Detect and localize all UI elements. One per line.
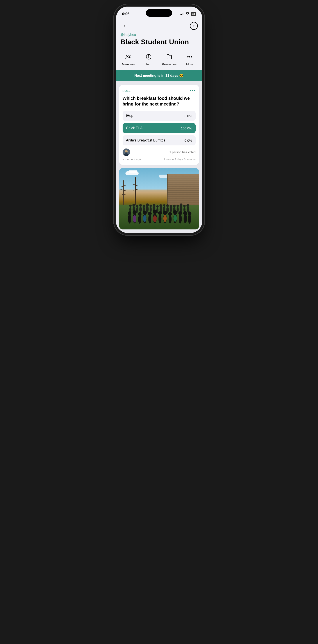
poll-voter: [122, 148, 130, 156]
svg-point-79: [163, 215, 166, 222]
svg-point-6: [188, 56, 188, 57]
poll-option-2[interactable]: Anita's Breakfast Burritos 0.0%: [122, 135, 196, 146]
poll-question: Which breakfast food should we bring for…: [122, 96, 196, 107]
svg-point-61: [158, 214, 162, 224]
svg-point-64: [163, 211, 167, 215]
svg-point-10: [125, 150, 128, 153]
poll-option-pct-0: 0.0%: [184, 114, 192, 118]
members-label: Members: [122, 62, 135, 66]
svg-point-38: [170, 205, 172, 207]
svg-point-0: [126, 55, 128, 56]
back-chevron-icon: ‹: [124, 23, 125, 29]
poll-option-label-0: iHop: [126, 114, 185, 118]
svg-point-77: [173, 215, 176, 222]
svg-point-37: [170, 206, 172, 212]
status-time: 6:06: [122, 12, 130, 16]
svg-point-47: [187, 206, 189, 212]
resources-icon: [165, 52, 174, 61]
svg-point-54: [138, 212, 142, 216]
svg-point-8: [191, 56, 192, 57]
svg-point-16: [132, 204, 135, 206]
svg-point-18: [136, 205, 138, 208]
svg-point-49: [128, 214, 131, 224]
svg-point-20: [139, 204, 142, 207]
svg-point-22: [142, 205, 145, 207]
group-photo: [119, 168, 199, 230]
vote-count: 1 person has voted: [169, 150, 196, 154]
svg-point-76: [143, 215, 146, 222]
more-label: More: [186, 62, 193, 66]
svg-point-24: [146, 203, 149, 206]
quick-actions: Members Info: [116, 49, 202, 70]
top-nav: ‹ +: [116, 18, 202, 32]
scroll-content: POLL ••• Which breakfast food should we …: [116, 81, 202, 233]
info-label: Info: [146, 62, 151, 66]
svg-point-74: [188, 212, 191, 215]
status-icons: 63: [180, 12, 196, 16]
poll-option-0[interactable]: iHop 0.0%: [122, 111, 196, 121]
poll-timestamps: a moment ago closes in 3 days from now: [122, 158, 196, 161]
svg-point-56: [142, 211, 146, 215]
group-header: @indybsu Black Student Union: [116, 32, 202, 49]
photo-card[interactable]: [119, 168, 199, 230]
action-resources[interactable]: Resources: [162, 52, 177, 66]
svg-point-36: [166, 204, 169, 207]
svg-point-70: [178, 212, 182, 215]
cloud-2: [128, 170, 137, 173]
poll-card: POLL ••• Which breakfast food should we …: [119, 85, 199, 165]
svg-point-71: [184, 214, 187, 223]
meeting-banner[interactable]: Next meeting is in 11 days 😎: [116, 70, 202, 81]
action-more[interactable]: More: [182, 52, 198, 66]
svg-point-53: [138, 215, 141, 224]
poll-option-1[interactable]: Chick Fil A 100.0%: [122, 123, 196, 133]
svg-point-72: [183, 211, 187, 215]
svg-point-4: [148, 56, 149, 56]
back-button[interactable]: ‹: [120, 22, 128, 30]
poll-label: POLL: [122, 89, 131, 92]
add-button[interactable]: +: [190, 22, 198, 30]
svg-point-26: [149, 205, 152, 207]
svg-point-69: [178, 214, 182, 224]
svg-point-14: [129, 205, 132, 207]
battery-icon: 63: [191, 12, 196, 16]
poll-option-label-2: Anita's Breakfast Burritos: [126, 138, 185, 142]
dynamic-island: [146, 9, 172, 17]
svg-point-75: [153, 216, 156, 222]
svg-point-40: [173, 205, 176, 207]
crowd: [119, 192, 199, 226]
battery-level: 63: [192, 12, 195, 16]
more-icon: [185, 52, 194, 61]
svg-point-58: [148, 212, 152, 216]
svg-point-68: [173, 210, 177, 214]
svg-point-44: [180, 203, 182, 206]
wifi-icon: [186, 12, 190, 16]
svg-point-46: [183, 205, 186, 207]
svg-rect-12: [126, 152, 127, 155]
svg-point-34: [163, 204, 165, 206]
action-info[interactable]: Info: [141, 52, 156, 66]
meeting-text: Next meeting is in 11 days 😎: [134, 74, 184, 78]
phone-frame: 6:06 63: [116, 6, 202, 233]
resources-label: Resources: [162, 62, 176, 66]
action-members[interactable]: Members: [120, 52, 136, 66]
svg-point-28: [153, 204, 155, 206]
poll-footer: 1 person has voted: [122, 148, 196, 156]
svg-point-65: [168, 215, 172, 224]
svg-point-50: [128, 212, 131, 215]
group-handle: @indybsu: [120, 33, 198, 37]
members-icon: [124, 52, 133, 61]
timestamp-left: a moment ago: [122, 158, 141, 161]
svg-point-52: [132, 210, 136, 214]
voter-avatar: [122, 148, 130, 156]
group-name: Black Student Union: [120, 38, 198, 46]
timestamp-right: closes in 3 days from now: [163, 158, 196, 161]
svg-point-19: [139, 206, 142, 212]
info-icon: [144, 52, 153, 61]
svg-point-62: [158, 212, 162, 215]
svg-point-57: [148, 214, 151, 224]
poll-more-button[interactable]: •••: [190, 88, 196, 93]
svg-point-30: [156, 205, 158, 208]
svg-point-78: [133, 215, 136, 223]
svg-point-73: [188, 214, 191, 224]
poll-header: POLL •••: [122, 88, 196, 93]
